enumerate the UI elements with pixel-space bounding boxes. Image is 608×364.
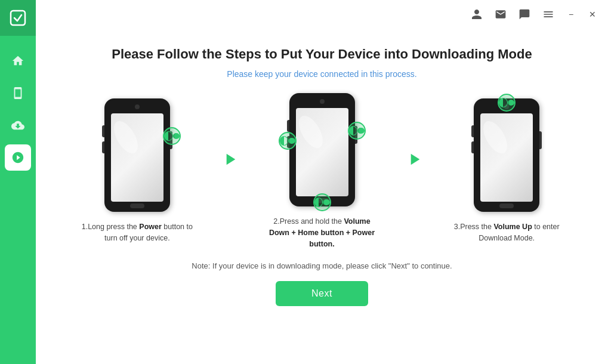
sidebar-item-backup[interactable] [5,112,31,138]
sidebar-item-device[interactable] [5,80,31,106]
svg-rect-0 [11,11,25,25]
profile-icon[interactable] [467,5,486,24]
chat-icon[interactable] [515,5,534,24]
step-3-phone [474,98,539,212]
indicator-icon-2b [349,126,358,135]
menu-icon[interactable] [539,5,558,24]
sidebar-item-repair[interactable] [5,144,31,171]
vol-up-button-1 [102,125,104,137]
screen-1 [111,113,163,202]
sidebar-item-home[interactable] [5,48,31,74]
indicator-icon-3 [499,98,508,107]
app-logo [0,0,36,36]
phone-1 [104,98,170,212]
sidebar [0,0,36,364]
vol-down-button-1 [102,141,104,153]
close-button[interactable]: ✕ [584,6,601,23]
power-indicator-1 [163,127,181,145]
step-3: 3.Press the Volume Up to enter Download … [429,98,584,244]
steps-area: 1.Long press the Power button to turn of… [60,93,584,249]
sidebar-nav [5,48,31,364]
step-1-desc: 1.Long press the Power button to turn of… [81,221,194,244]
phone-2 [289,93,355,206]
power-indicator-2 [348,122,366,140]
home-button-3 [499,203,514,208]
vol-up-button-3 [471,125,474,137]
next-button[interactable]: Next [276,281,368,306]
step-2: 2.Press and hold the Volume Down + Home … [245,93,400,249]
step-3-desc: 3.Press the Volume Up to enter Download … [450,221,563,244]
main-content: Please Follow the Steps to Put Your Devi… [36,29,608,364]
minimize-button[interactable]: − [563,6,579,23]
subtitle: Please keep your device connected in thi… [227,69,416,79]
step-2-desc: 2.Press and hold the Volume Down + Home … [266,216,379,249]
screen-2 [296,108,348,196]
step-2-phone [289,93,355,206]
vol-up-indicator-3 [498,94,516,112]
phone-3 [474,98,539,212]
indicator-icon-2c [314,198,323,207]
power-button-3 [539,131,542,149]
home-indicator-2 [313,193,331,211]
vol-up-button-2 [287,120,289,132]
mail-icon[interactable] [491,5,510,24]
vol-down-button-3 [471,141,474,153]
step-1: 1.Long press the Power button to turn of… [60,98,215,244]
note-text: Note: If your device is in downloading m… [192,261,452,270]
arrow-1 [215,150,245,193]
home-button-1 [130,203,144,208]
page-title: Please Follow the Steps to Put Your Devi… [112,47,532,62]
screen-3 [480,113,533,202]
arrow-2 [399,150,429,193]
indicator-icon-2a [280,136,289,146]
step-1-phone [104,98,170,212]
vol-indicator-2 [279,132,297,150]
indicator-icon-1 [164,131,173,141]
titlebar: − ✕ [36,0,608,29]
